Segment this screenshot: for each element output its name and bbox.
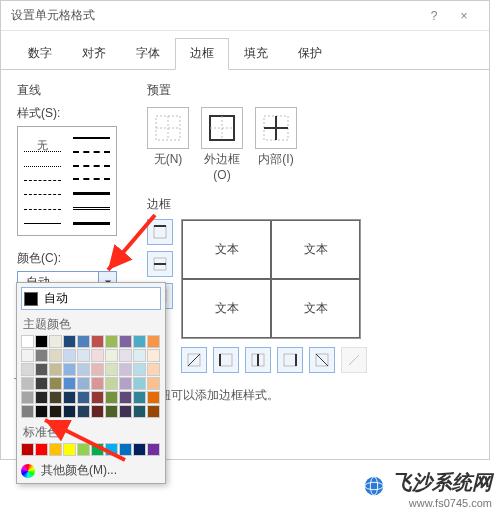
color-swatch[interactable]: [21, 391, 34, 404]
color-swatch[interactable]: [105, 349, 118, 362]
line-style-list[interactable]: 无: [17, 126, 117, 236]
color-swatch[interactable]: [35, 335, 48, 348]
tab-fill[interactable]: 填充: [229, 38, 283, 69]
color-swatch[interactable]: [63, 349, 76, 362]
preset-outline-button[interactable]: [201, 107, 243, 149]
color-swatch[interactable]: [49, 335, 62, 348]
color-swatch[interactable]: [77, 377, 90, 390]
tab-border[interactable]: 边框: [175, 38, 229, 70]
color-swatch[interactable]: [63, 391, 76, 404]
color-swatch[interactable]: [49, 377, 62, 390]
color-swatch[interactable]: [119, 363, 132, 376]
color-swatch[interactable]: [105, 335, 118, 348]
border-hmid-button[interactable]: [147, 251, 173, 277]
color-swatch[interactable]: [105, 405, 118, 418]
border-none-button[interactable]: [341, 347, 367, 373]
color-swatch[interactable]: [77, 443, 90, 456]
color-swatch[interactable]: [49, 391, 62, 404]
color-swatch[interactable]: [49, 349, 62, 362]
line-style-item[interactable]: [73, 165, 110, 167]
color-swatch[interactable]: [35, 349, 48, 362]
color-swatch[interactable]: [105, 377, 118, 390]
line-style-item[interactable]: [24, 194, 61, 195]
color-swatch[interactable]: [105, 363, 118, 376]
color-swatch[interactable]: [119, 335, 132, 348]
color-swatch[interactable]: [63, 363, 76, 376]
color-swatch[interactable]: [49, 443, 62, 456]
color-swatch[interactable]: [119, 377, 132, 390]
border-diag2-button[interactable]: [309, 347, 335, 373]
color-swatch[interactable]: [147, 377, 160, 390]
color-swatch[interactable]: [133, 405, 146, 418]
more-colors-option[interactable]: 其他颜色(M)...: [21, 462, 161, 479]
border-preview[interactable]: 文本 文本 文本 文本: [181, 219, 361, 339]
color-auto-option[interactable]: 自动: [21, 287, 161, 310]
color-swatch[interactable]: [133, 443, 146, 456]
color-swatch[interactable]: [77, 363, 90, 376]
tab-alignment[interactable]: 对齐: [67, 38, 121, 69]
color-swatch[interactable]: [91, 349, 104, 362]
color-swatch[interactable]: [21, 405, 34, 418]
color-swatch[interactable]: [91, 377, 104, 390]
line-style-item[interactable]: [73, 137, 110, 139]
color-swatch[interactable]: [63, 377, 76, 390]
color-swatch[interactable]: [91, 363, 104, 376]
color-swatch[interactable]: [91, 405, 104, 418]
color-swatch[interactable]: [21, 349, 34, 362]
color-swatch[interactable]: [147, 335, 160, 348]
line-style-item[interactable]: [24, 209, 61, 210]
tab-number[interactable]: 数字: [13, 38, 67, 69]
tab-font[interactable]: 字体: [121, 38, 175, 69]
color-swatch[interactable]: [105, 443, 118, 456]
color-swatch[interactable]: [35, 405, 48, 418]
color-swatch[interactable]: [35, 377, 48, 390]
line-style-item[interactable]: [24, 151, 61, 152]
color-swatch[interactable]: [21, 377, 34, 390]
border-diag1-button[interactable]: [181, 347, 207, 373]
help-button[interactable]: ?: [419, 9, 449, 23]
color-swatch[interactable]: [133, 349, 146, 362]
color-swatch[interactable]: [63, 443, 76, 456]
line-style-item[interactable]: [73, 222, 110, 225]
color-swatch[interactable]: [147, 443, 160, 456]
color-swatch[interactable]: [91, 335, 104, 348]
color-swatch[interactable]: [77, 349, 90, 362]
color-swatch[interactable]: [105, 391, 118, 404]
line-style-item[interactable]: [73, 178, 110, 180]
color-swatch[interactable]: [77, 335, 90, 348]
close-button[interactable]: ×: [449, 9, 479, 23]
color-swatch[interactable]: [133, 363, 146, 376]
line-style-item[interactable]: [24, 180, 61, 181]
color-swatch[interactable]: [49, 405, 62, 418]
color-swatch[interactable]: [133, 377, 146, 390]
border-left-button[interactable]: [213, 347, 239, 373]
color-swatch[interactable]: [147, 363, 160, 376]
color-swatch[interactable]: [77, 391, 90, 404]
color-swatch[interactable]: [119, 405, 132, 418]
color-swatch[interactable]: [21, 443, 34, 456]
color-swatch[interactable]: [133, 335, 146, 348]
preset-inside-button[interactable]: [255, 107, 297, 149]
color-swatch[interactable]: [133, 391, 146, 404]
line-style-item[interactable]: [73, 151, 110, 153]
color-swatch[interactable]: [49, 363, 62, 376]
color-swatch[interactable]: [77, 405, 90, 418]
color-swatch[interactable]: [147, 405, 160, 418]
color-swatch[interactable]: [119, 349, 132, 362]
color-swatch[interactable]: [91, 391, 104, 404]
border-vmid-button[interactable]: [245, 347, 271, 373]
color-swatch[interactable]: [35, 391, 48, 404]
color-swatch[interactable]: [21, 363, 34, 376]
line-style-item[interactable]: [24, 223, 61, 224]
border-right-button[interactable]: [277, 347, 303, 373]
color-swatch[interactable]: [63, 405, 76, 418]
line-style-item[interactable]: [73, 207, 110, 210]
color-swatch[interactable]: [21, 335, 34, 348]
color-swatch[interactable]: [63, 335, 76, 348]
color-swatch[interactable]: [35, 363, 48, 376]
color-swatch[interactable]: [35, 443, 48, 456]
color-swatch[interactable]: [119, 391, 132, 404]
color-swatch[interactable]: [119, 443, 132, 456]
color-swatch[interactable]: [147, 349, 160, 362]
line-style-item[interactable]: [24, 166, 61, 167]
